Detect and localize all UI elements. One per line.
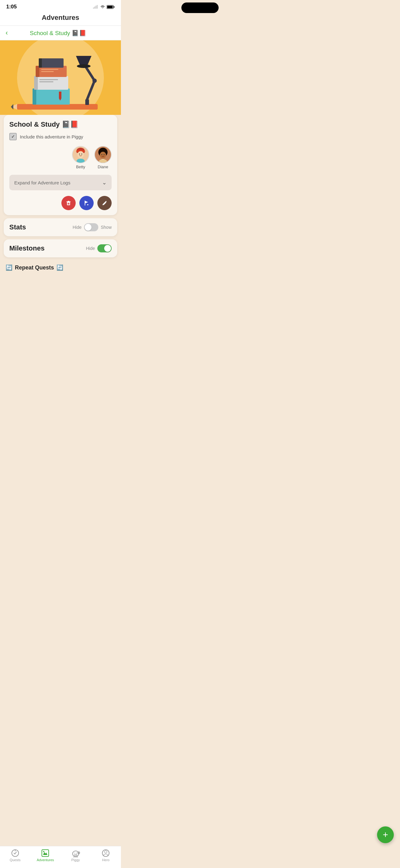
scroll-area: School & Study 📓📕 ✓ Include this adventu… [0, 115, 121, 316]
expand-logs-button[interactable]: Expand for Adventure Logs ⌄ [9, 175, 112, 190]
page-title: Adventures [0, 14, 121, 22]
expand-logs-text: Expand for Adventure Logs [14, 180, 70, 185]
svg-rect-15 [39, 81, 53, 82]
flag-button[interactable] [79, 196, 94, 210]
pencil-icon [101, 200, 108, 206]
svg-rect-3 [97, 5, 98, 9]
svg-rect-0 [93, 7, 94, 9]
stats-hide-label: Hide [72, 225, 81, 230]
adventure-title: School & Study 📓📕 [9, 120, 112, 128]
svg-rect-55 [87, 204, 88, 205]
svg-rect-19 [41, 71, 54, 72]
nav-title: School & Study 📓📕 [11, 30, 105, 37]
milestones-toggle-thumb [104, 245, 111, 252]
piggy-checkbox-label: Include this adventure in Piggy [20, 134, 83, 140]
avatar-diane-circle [94, 146, 112, 163]
stats-toggle-thumb [85, 224, 92, 231]
svg-point-42 [101, 154, 102, 155]
stats-card: Stats Hide Show [4, 218, 117, 236]
stats-show-label: Show [101, 225, 112, 230]
svg-rect-18 [41, 69, 58, 70]
avatar-betty-label: Betty [76, 164, 85, 169]
avatar-betty-circle [72, 146, 89, 163]
edit-button[interactable] [97, 196, 112, 210]
page-title-bar: Adventures [0, 11, 121, 26]
repeat-icon-right: 🔄 [57, 264, 63, 271]
battery-icon [107, 5, 115, 9]
flag-icon [84, 200, 90, 206]
status-time: 1:05 [6, 4, 17, 10]
svg-marker-9 [11, 104, 13, 110]
avatars-row: Betty [9, 146, 112, 169]
repeat-quests-label: Repeat Quests [15, 265, 54, 271]
svg-rect-1 [94, 6, 95, 9]
svg-rect-6 [107, 6, 113, 8]
avatar-diane[interactable]: Diane [94, 146, 112, 169]
milestones-hide-label: Hide [86, 246, 95, 251]
svg-rect-12 [34, 76, 68, 90]
milestones-toggle[interactable] [97, 244, 112, 252]
nav-bar: ‹ School & Study 📓📕 [0, 26, 121, 40]
milestones-card: Milestones Hide [4, 239, 117, 257]
delete-button[interactable] [61, 196, 76, 210]
svg-rect-49 [68, 201, 69, 202]
piggy-checkbox-row[interactable]: ✓ Include this adventure in Piggy [9, 133, 112, 140]
svg-rect-20 [59, 92, 61, 98]
svg-point-43 [104, 154, 104, 155]
svg-point-35 [79, 154, 80, 155]
trash-icon [65, 200, 72, 206]
hero-image [0, 40, 121, 115]
chevron-down-icon: ⌄ [102, 179, 107, 186]
piggy-checkbox[interactable]: ✓ [9, 133, 17, 140]
svg-rect-23 [39, 58, 42, 68]
svg-rect-10 [33, 89, 70, 104]
stats-toggle-row: Hide Show [72, 223, 112, 231]
svg-rect-2 [96, 6, 96, 9]
back-button[interactable]: ‹ [6, 29, 8, 37]
svg-rect-22 [39, 58, 64, 68]
checkmark-icon: ✓ [11, 134, 15, 139]
milestones-label: Milestones [9, 244, 45, 252]
svg-point-36 [81, 154, 82, 155]
status-icons [93, 5, 115, 9]
repeat-icon: 🔄 [6, 264, 12, 271]
svg-rect-48 [66, 202, 71, 202]
action-buttons [9, 196, 112, 210]
svg-rect-5 [114, 6, 115, 8]
wifi-icon [100, 5, 105, 9]
svg-point-34 [77, 151, 84, 158]
adventure-card: School & Study 📓📕 ✓ Include this adventu… [4, 115, 117, 215]
svg-point-29 [77, 64, 91, 68]
signal-icon [93, 5, 99, 9]
svg-rect-14 [39, 79, 58, 80]
svg-rect-17 [36, 66, 39, 77]
avatar-diane-label: Diane [98, 164, 108, 169]
stats-toggle[interactable] [84, 223, 98, 231]
svg-rect-11 [33, 89, 36, 104]
svg-point-41 [100, 152, 106, 159]
hero-illustration [5, 43, 116, 115]
avatar-betty[interactable]: Betty [72, 146, 89, 169]
milestones-toggle-row: Hide [86, 244, 112, 252]
svg-rect-13 [34, 76, 38, 90]
stats-label: Stats [9, 223, 26, 231]
svg-line-25 [87, 81, 95, 99]
repeat-quests-row: 🔄 Repeat Quests 🔄 [0, 260, 121, 273]
status-bar: 1:05 [0, 0, 121, 11]
